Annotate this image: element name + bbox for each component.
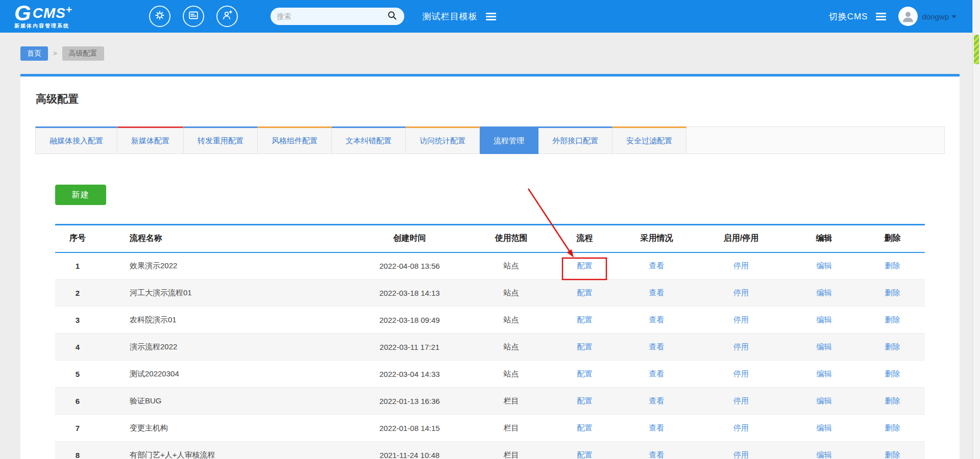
flow-name: 农科院演示01 (100, 307, 347, 334)
config-link[interactable]: 配置 (577, 369, 593, 378)
stop-link[interactable]: 停用 (733, 342, 749, 351)
view-link[interactable]: 查看 (649, 342, 665, 351)
delete-link[interactable]: 删除 (885, 315, 900, 324)
edit-link[interactable]: 编辑 (817, 288, 832, 297)
user-admin-button[interactable] (216, 6, 238, 27)
row-number: 8 (55, 442, 100, 459)
view-link[interactable]: 查看 (649, 369, 665, 378)
tab-新媒体配置[interactable]: 新媒体配置 (117, 126, 184, 154)
app-logo[interactable]: GCMS+ 新媒体内容管理系统 (14, 5, 72, 29)
content-card-icon (187, 9, 200, 23)
edit-link[interactable]: 编辑 (817, 396, 832, 405)
new-button[interactable]: 新建 (55, 185, 106, 205)
tab-流程管理[interactable]: 流程管理 (480, 126, 538, 154)
view-link[interactable]: 查看 (649, 423, 665, 432)
table-row: 1 效果演示2022 2022-04-08 13:56 站点 配置 查看 停用 … (55, 252, 925, 279)
col-created: 创建时间 (347, 225, 472, 252)
config-link[interactable]: 配置 (577, 423, 593, 432)
usage-scope: 站点 (472, 307, 550, 334)
main-menu-icon[interactable] (876, 13, 886, 20)
search-box[interactable] (271, 8, 404, 25)
tab-label: 新媒体配置 (131, 136, 169, 145)
usage-scope: 栏目 (472, 442, 550, 459)
flow-table: 序号 流程名称 创建时间 使用范围 流程 采用情况 启用/停用 编辑 删除 1 … (55, 224, 925, 459)
usage-scope: 站点 (472, 361, 550, 388)
scrollbar-thumb[interactable] (974, 35, 979, 64)
config-link[interactable]: 配置 (577, 315, 593, 324)
tab-融媒体接入配置[interactable]: 融媒体接入配置 (35, 126, 117, 154)
config-link[interactable]: 配置 (577, 261, 593, 270)
config-link[interactable]: 配置 (577, 288, 593, 297)
tab-label: 流程管理 (494, 136, 524, 145)
search-icon[interactable] (387, 10, 398, 23)
delete-link[interactable]: 删除 (885, 369, 900, 378)
delete-link[interactable]: 删除 (885, 396, 900, 405)
delete-link[interactable]: 删除 (885, 423, 900, 432)
tab-访问统计配置[interactable]: 访问统计配置 (406, 126, 480, 154)
edit-link[interactable]: 编辑 (817, 261, 832, 270)
flow-name: 有部门艺+人+人审核流程 (100, 442, 347, 459)
tab-label: 文本纠错配置 (346, 136, 391, 145)
edit-link[interactable]: 编辑 (817, 342, 832, 351)
avatar[interactable] (898, 7, 918, 26)
col-no: 序号 (55, 225, 100, 252)
row-number: 6 (55, 388, 100, 415)
breadcrumb-home[interactable]: 首页 (20, 46, 48, 61)
username: dongwp (922, 12, 949, 21)
col-usage: 采用情况 (619, 225, 694, 252)
col-scope: 使用范围 (472, 225, 550, 252)
stop-link[interactable]: 停用 (733, 288, 749, 297)
view-link[interactable]: 查看 (649, 450, 665, 459)
config-link[interactable]: 配置 (577, 450, 593, 459)
config-link[interactable]: 配置 (577, 342, 593, 351)
settings-button[interactable] (149, 6, 170, 27)
stop-link[interactable]: 停用 (733, 450, 749, 459)
stop-link[interactable]: 停用 (733, 369, 749, 378)
edit-link[interactable]: 编辑 (817, 423, 832, 432)
switch-cms-button[interactable]: 切换CMS (829, 11, 868, 22)
edit-link[interactable]: 编辑 (817, 369, 832, 378)
stop-link[interactable]: 停用 (733, 396, 749, 405)
view-link[interactable]: 查看 (649, 315, 665, 324)
config-link[interactable]: 配置 (577, 396, 593, 405)
row-number: 1 (55, 252, 100, 279)
tab-转发重用配置[interactable]: 转发重用配置 (184, 126, 258, 154)
view-link[interactable]: 查看 (649, 288, 665, 297)
breadcrumb: 首页 > 高级配置 (0, 33, 980, 74)
row-number: 3 (55, 307, 100, 334)
search-input[interactable] (277, 12, 387, 20)
edit-link[interactable]: 编辑 (817, 315, 832, 324)
flow-name: 测试20220304 (100, 361, 347, 388)
table-row: 5 测试20220304 2022-03-04 14:33 站点 配置 查看 停… (55, 361, 925, 388)
view-link[interactable]: 查看 (649, 396, 665, 405)
content-manage-button[interactable] (183, 6, 204, 27)
created-time: 2022-03-04 14:33 (347, 361, 472, 388)
delete-link[interactable]: 删除 (885, 342, 900, 351)
tab-label: 风格组件配置 (272, 136, 317, 145)
breadcrumb-separator: > (53, 49, 57, 57)
stop-link[interactable]: 停用 (733, 315, 749, 324)
created-time: 2022-01-08 14:15 (347, 415, 472, 442)
delete-link[interactable]: 删除 (885, 261, 900, 270)
stop-link[interactable]: 停用 (733, 423, 749, 432)
tab-安全过滤配置[interactable]: 安全过滤配置 (612, 126, 687, 154)
user-menu[interactable]: dongwp (922, 12, 957, 21)
created-time: 2022-03-18 09:49 (347, 307, 472, 334)
usage-scope: 栏目 (472, 388, 550, 415)
usage-scope: 站点 (472, 252, 550, 279)
tab-外部接口配置[interactable]: 外部接口配置 (538, 126, 612, 154)
stop-link[interactable]: 停用 (733, 261, 749, 270)
topbar-right: 切换CMS dongwp (829, 7, 957, 26)
delete-link[interactable]: 删除 (885, 288, 900, 297)
top-bar: GCMS+ 新媒体内容管理系统 (0, 0, 980, 33)
view-link[interactable]: 查看 (649, 261, 665, 270)
tab-文本纠错配置[interactable]: 文本纠错配置 (332, 126, 406, 154)
col-name: 流程名称 (100, 225, 347, 252)
delete-link[interactable]: 删除 (885, 450, 900, 459)
vertical-scrollbar[interactable] (972, 0, 980, 459)
edit-link[interactable]: 编辑 (817, 450, 832, 459)
logo-g: G (14, 5, 32, 22)
tab-风格组件配置[interactable]: 风格组件配置 (258, 126, 332, 154)
current-template-label[interactable]: 测试栏目模板 (423, 11, 478, 22)
template-menu-icon[interactable] (486, 13, 496, 20)
